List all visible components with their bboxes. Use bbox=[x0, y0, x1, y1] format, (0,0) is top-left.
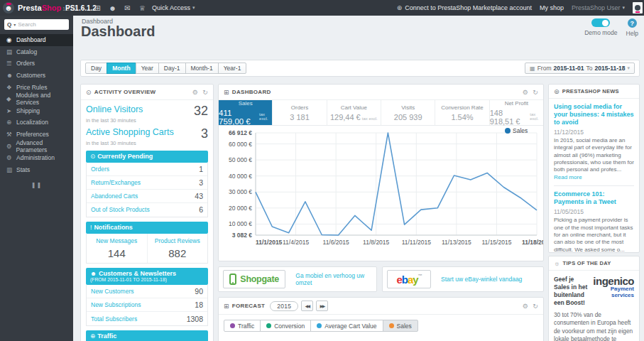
legend-label: Conversion bbox=[274, 323, 305, 330]
refresh-icon[interactable]: ↻ bbox=[202, 89, 208, 96]
ebay-logo-text: ebay™ bbox=[396, 274, 421, 286]
quick-access-menu[interactable]: Quick Access ▾ bbox=[152, 0, 195, 16]
user-menu[interactable]: PrestaShop User ▾ bbox=[572, 4, 625, 11]
profile-icon[interactable]: ☻ bbox=[105, 4, 120, 12]
refresh-icon[interactable]: ↻ bbox=[533, 303, 538, 310]
stat-row-link[interactable]: New Subscriptions bbox=[91, 301, 141, 308]
stat-row-link[interactable]: Orders bbox=[91, 166, 109, 173]
search-input[interactable]: Q ▾ Search bbox=[4, 19, 69, 30]
read-more-link[interactable]: Read more bbox=[554, 174, 582, 180]
sidebar-item-customers[interactable]: ☻Customers bbox=[0, 70, 73, 82]
shopgate-banner[interactable]: Shopgate Ga mobiel en verhoog uw omzet bbox=[218, 266, 377, 292]
cart-icon[interactable]: ⊞ bbox=[90, 4, 105, 12]
search-icon: Q bbox=[7, 21, 11, 28]
shopgate-link[interactable]: Ga mobiel en verhoog uw omzet bbox=[295, 272, 372, 286]
stat-row-link[interactable]: Return/Exchanges bbox=[91, 179, 141, 186]
kpi-tab-cart-value[interactable]: Cart Value129,44 €tax excl. bbox=[327, 100, 381, 125]
sidebar-item-dashboard[interactable]: ◉Dashboard bbox=[0, 34, 73, 46]
sidebar-collapse-button[interactable]: ❚❚ bbox=[0, 182, 73, 188]
news-article-title[interactable]: Using social media for your business: 4 … bbox=[554, 103, 634, 126]
sidebar-item-shipping[interactable]: ➤Shipping bbox=[0, 105, 73, 117]
marketplace-link[interactable]: ⊛ Connect to PrestaShop Marketplace acco… bbox=[397, 4, 532, 11]
stat-row-link[interactable]: Total Subscribers bbox=[91, 315, 137, 323]
chevron-down-icon: ▾ bbox=[192, 5, 195, 11]
range-button-month-1[interactable]: Month-1 bbox=[185, 63, 219, 74]
news-article-title[interactable]: Ecommerce 101: Payments in a Tweet bbox=[554, 190, 634, 206]
activity-stat-online-visitors: Online Visitors32in the last 30 minutes bbox=[86, 104, 208, 124]
kpi-tab-net-profit[interactable]: Net Profit148 918,51 €tax excl. bbox=[490, 100, 543, 125]
sidebar-item-administration[interactable]: ⚙Administration bbox=[0, 152, 73, 164]
sidebar-item-advanced-parameters[interactable]: ⚙Advanced Parameters bbox=[0, 140, 73, 152]
next-year-button[interactable]: ▶▶ bbox=[316, 301, 328, 311]
sidebar-item-modules-and-services[interactable]: ◆Modules and Services bbox=[0, 93, 73, 105]
customers-icon: ☻ bbox=[90, 270, 97, 277]
sidebar-item-label: Orders bbox=[16, 60, 35, 67]
kpi-tab-visits[interactable]: Visits205 939 bbox=[381, 100, 435, 125]
stat-row-value: 18 bbox=[195, 301, 203, 309]
help-icon[interactable]: ? bbox=[628, 18, 637, 28]
section-title: Notifications bbox=[94, 224, 133, 231]
kpi-tab-sales[interactable]: Sales411 759,00 €tax excl. bbox=[219, 100, 273, 125]
globe-icon: ⊕ bbox=[90, 332, 95, 340]
logo-smile-icon: ☻ bbox=[4, 4, 13, 11]
gear-icon[interactable]: ⚙ bbox=[523, 89, 528, 96]
forecast-legend-average-cart-value[interactable]: Average Cart Value bbox=[310, 320, 383, 332]
avatar[interactable] bbox=[633, 2, 643, 13]
notification-col-link[interactable]: Product Reviews bbox=[155, 237, 200, 244]
gear-icon[interactable]: ⚙ bbox=[192, 89, 198, 96]
prestashop-logo-icon[interactable]: ☻ bbox=[3, 2, 14, 13]
stat-row-orders: Orders1 bbox=[87, 163, 207, 176]
demo-mode-toggle[interactable] bbox=[591, 18, 610, 27]
cart-icon: ⊞ bbox=[224, 303, 229, 310]
filter-bar: DayMonthYearDay-1Month-1Year-1 ▦ From 20… bbox=[80, 60, 640, 77]
sidebar-item-label: Stats bbox=[16, 166, 30, 173]
sidebar-item-label: Shipping bbox=[16, 107, 40, 114]
ebay-link[interactable]: Start uw eBay-winkel vandaag bbox=[441, 276, 522, 283]
tips-text: 30 tot 70% van de consumenten in Europa … bbox=[554, 311, 634, 341]
stat-row-value: 1308 bbox=[187, 315, 203, 323]
forecast-year[interactable]: 2015 bbox=[270, 301, 298, 311]
stats-icon: ▥ bbox=[6, 166, 16, 173]
section-header-notifications: !Notifications bbox=[86, 222, 208, 234]
sidebar-item-localization[interactable]: ⊕Localization bbox=[0, 117, 73, 129]
stat-row-link[interactable]: Abandoned Carts bbox=[91, 193, 138, 200]
activity-stat-label[interactable]: Active Shopping Carts bbox=[86, 127, 174, 137]
ebay-banner[interactable]: ebay™ Start uw eBay-winkel vandaag bbox=[382, 266, 544, 292]
stat-row-value: 43 bbox=[195, 192, 203, 200]
sidebar-item-orders[interactable]: ☰Orders bbox=[0, 58, 73, 70]
forecast-legend-traffic[interactable]: Traffic bbox=[224, 320, 261, 332]
stat-row-link[interactable]: Out of Stock Products bbox=[91, 206, 150, 213]
kpi-label: Visits bbox=[401, 104, 415, 111]
stat-row-link[interactable]: New Customers bbox=[91, 288, 133, 295]
range-button-year[interactable]: Year bbox=[136, 63, 159, 74]
kpi-tab-orders[interactable]: Orders3 181 bbox=[273, 100, 327, 125]
topbar: ☻ PrestaShop1.6.1.2 PS1.6.1.2 ⊞☻✉♕ Quick… bbox=[0, 0, 644, 16]
my-shop-link[interactable]: My shop bbox=[540, 4, 564, 11]
activity-stat-label[interactable]: Online Visitors bbox=[86, 104, 143, 114]
range-button-month[interactable]: Month bbox=[107, 63, 136, 74]
sidebar-item-stats[interactable]: ▥Stats bbox=[0, 164, 73, 176]
svg-text:11/1/2015: 11/1/2015 bbox=[256, 239, 283, 246]
notification-col-link[interactable]: New Messages bbox=[96, 237, 137, 244]
range-button-day[interactable]: Day bbox=[85, 63, 107, 74]
forecast-legend-sales[interactable]: Sales bbox=[383, 320, 418, 332]
range-button-day-1[interactable]: Day-1 bbox=[158, 63, 186, 74]
mail-icon[interactable]: ✉ bbox=[120, 4, 135, 12]
kpi-value: 1.54% bbox=[451, 113, 473, 121]
refresh-icon[interactable]: ↻ bbox=[533, 89, 538, 96]
sidebar-item-label: Administration bbox=[16, 154, 55, 161]
stat-row-out-of-stock-products: Out of Stock Products6 bbox=[87, 203, 207, 217]
gear-icon[interactable]: ⚙ bbox=[523, 303, 528, 310]
orders-icon: ☰ bbox=[6, 60, 16, 67]
notification-col-value: 882 bbox=[168, 247, 186, 259]
legend-dot bbox=[266, 323, 271, 328]
legend-label: Traffic bbox=[238, 323, 254, 330]
activity-stat-sub: in the last 30 minutes bbox=[86, 117, 208, 124]
forecast-legend-conversion[interactable]: Conversion bbox=[260, 320, 311, 332]
kpi-tab-conversion-rate[interactable]: Conversion Rate1.54% bbox=[435, 100, 489, 125]
trophy-icon[interactable]: ♕ bbox=[135, 4, 150, 12]
date-range-picker[interactable]: ▦ From 2015-11-01 To 2015-11-18 ▾ bbox=[525, 63, 635, 74]
sidebar-item-catalog[interactable]: ▤Catalog bbox=[0, 46, 73, 58]
range-button-year-1[interactable]: Year-1 bbox=[218, 63, 247, 74]
previous-year-button[interactable]: ◀◀ bbox=[301, 301, 313, 311]
